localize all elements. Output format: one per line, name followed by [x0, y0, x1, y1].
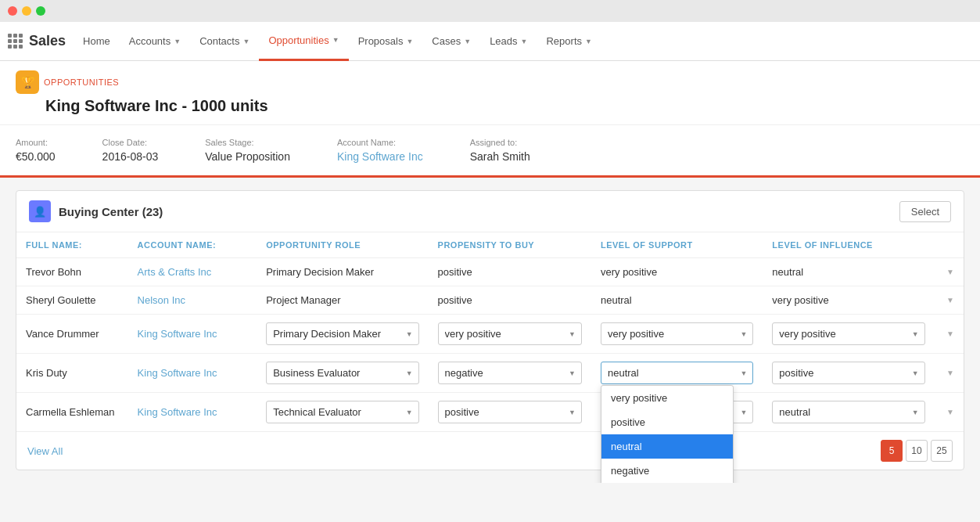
col-support: LEVEL OF SUPPORT	[591, 232, 763, 258]
nav-leads[interactable]: Leads ▼	[480, 22, 537, 61]
fullname-cell: Trevor Bohn	[16, 258, 128, 286]
propensity-select[interactable]: negative	[438, 362, 582, 384]
nav-contacts[interactable]: Contacts ▼	[190, 22, 259, 61]
propensity-cell: positive	[429, 258, 591, 286]
app-name: Sales	[29, 33, 66, 49]
influence-cell: very positive	[763, 286, 934, 315]
nav-proposals[interactable]: Proposals ▼	[349, 22, 423, 61]
fullname-cell: Sheryl Goulette	[16, 286, 128, 315]
propensity-cell: very positive ▼	[429, 315, 591, 354]
account-cell[interactable]: King Software Inc	[128, 393, 257, 432]
assigned-to-field: Assigned to: Sarah Smith	[470, 138, 530, 163]
support-select-wrapper: very positive ▼	[601, 322, 753, 345]
breadcrumb-label: OPPORTUNITIES	[44, 77, 119, 87]
propensity-select[interactable]: positive	[438, 401, 582, 423]
dropdown-option-neutral[interactable]: neutral	[601, 434, 733, 459]
account-cell[interactable]: Nelson Inc	[128, 286, 257, 315]
role-cell: Technical Evaluator ▼	[257, 393, 428, 432]
col-propensity: PROPENSITY TO BUY	[429, 232, 591, 258]
expand-cell[interactable]: ▼	[935, 258, 964, 286]
page-5-button[interactable]: 5	[881, 440, 903, 462]
nav-reports[interactable]: Reports ▼	[537, 22, 601, 61]
propensity-select-wrapper: positive ▼	[438, 401, 582, 423]
expand-cell[interactable]: ▼	[935, 286, 964, 315]
support-select[interactable]: neutral	[601, 362, 753, 384]
influence-cell: very positive ▼	[763, 315, 934, 354]
card-title: Buying Center (23)	[59, 205, 163, 218]
table-row: Kris Duty King Software Inc Business Eva…	[16, 354, 964, 393]
fullname-cell: Vance Drummer	[16, 315, 128, 354]
chevron-down-icon: ▼	[406, 38, 413, 45]
grid-icon	[8, 34, 23, 49]
table-row: Carmella Eshleman King Software Inc Tech…	[16, 393, 964, 432]
nav-accounts[interactable]: Accounts ▼	[120, 22, 190, 61]
expand-icon: ▼	[946, 296, 954, 304]
chevron-down-icon: ▼	[174, 38, 181, 45]
table-row: Vance Drummer King Software Inc Primary …	[16, 315, 964, 354]
role-select-wrapper: Technical Evaluator ▼	[266, 401, 418, 423]
nav-cases[interactable]: Cases ▼	[422, 22, 480, 61]
influence-select-wrapper: neutral ▼	[772, 401, 924, 423]
role-cell: Primary Decision Maker	[257, 258, 428, 286]
minimize-button[interactable]	[22, 6, 31, 16]
sales-stage-field: Sales Stage: Value Proposition	[205, 138, 290, 163]
chevron-down-icon: ▼	[242, 38, 249, 45]
support-cell: neutral ▼ very positive positive neutral…	[591, 354, 763, 393]
amount-field: Amount: €50.000	[16, 138, 56, 163]
propensity-cell: positive ▼	[429, 393, 591, 432]
select-button[interactable]: Select	[899, 201, 951, 222]
buying-center-card: 👤 Buying Center (23) Select FULL NAME: A…	[16, 190, 964, 470]
card-footer: View All 5 10 25	[16, 431, 964, 470]
propensity-select-wrapper: very positive ▼	[438, 322, 582, 345]
expand-cell[interactable]: ▼	[935, 354, 964, 393]
nav-home[interactable]: Home	[74, 22, 120, 61]
close-button[interactable]	[8, 6, 17, 16]
influence-cell: positive ▼	[763, 354, 934, 393]
account-cell[interactable]: King Software Inc	[128, 315, 257, 354]
role-select[interactable]: Technical Evaluator	[266, 401, 418, 423]
fullname-cell: Kris Duty	[16, 354, 128, 393]
role-cell: Project Manager	[257, 286, 428, 315]
expand-icon: ▼	[946, 369, 954, 377]
pagination: 5 10 25	[881, 440, 953, 462]
influence-select[interactable]: very positive	[772, 322, 924, 345]
nav-opportunities[interactable]: Opportunities ▼	[259, 22, 348, 61]
expand-icon: ▼	[946, 329, 954, 338]
role-select[interactable]: Business Evaluator	[266, 362, 418, 384]
card-header: 👤 Buying Center (23) Select	[16, 191, 964, 232]
col-account: ACCOUNT NAME:	[128, 232, 257, 258]
view-all-link[interactable]: View All	[27, 445, 63, 457]
influence-select[interactable]: positive	[772, 362, 924, 384]
account-cell[interactable]: King Software Inc	[128, 354, 257, 393]
support-cell: very positive ▼	[591, 315, 763, 354]
influence-cell: neutral ▼	[763, 393, 934, 432]
app-logo: Sales	[8, 33, 66, 49]
influence-cell: neutral	[763, 258, 934, 286]
dropdown-option-positive[interactable]: positive	[601, 410, 733, 434]
account-cell[interactable]: Arts & Crafts Inc	[128, 258, 257, 286]
main-content: 👤 Buying Center (23) Select FULL NAME: A…	[0, 178, 980, 483]
influence-select[interactable]: neutral	[772, 401, 924, 423]
chevron-down-icon: ▼	[464, 38, 471, 45]
breadcrumb-icon: 🏆	[16, 70, 39, 94]
propensity-select[interactable]: very positive	[438, 322, 582, 345]
role-cell: Business Evaluator ▼	[257, 354, 428, 393]
page-25-button[interactable]: 25	[931, 440, 953, 462]
dropdown-option-very-positive[interactable]: very positive	[601, 386, 733, 410]
maximize-button[interactable]	[36, 6, 45, 16]
chevron-down-icon: ▼	[332, 36, 339, 44]
col-fullname: FULL NAME:	[16, 232, 128, 258]
card-header-left: 👤 Buying Center (23)	[29, 200, 163, 222]
dropdown-option-negative[interactable]: negative	[601, 459, 733, 483]
support-select[interactable]: very positive	[601, 322, 753, 345]
buying-center-table: FULL NAME: ACCOUNT NAME: OPPORTUNITY ROL…	[16, 232, 964, 431]
expand-cell[interactable]: ▼	[935, 393, 964, 432]
table-row: Trevor Bohn Arts & Crafts Inc Primary De…	[16, 258, 964, 286]
expand-icon: ▼	[946, 408, 954, 416]
page-10-button[interactable]: 10	[906, 440, 928, 462]
support-dropdown-popup: very positive positive neutral negative …	[601, 385, 734, 483]
propensity-cell: negative ▼	[429, 354, 591, 393]
role-select[interactable]: Primary Decision Maker	[266, 322, 418, 345]
role-select-wrapper: Primary Decision Maker ▼	[266, 322, 418, 345]
expand-cell[interactable]: ▼	[935, 315, 964, 354]
